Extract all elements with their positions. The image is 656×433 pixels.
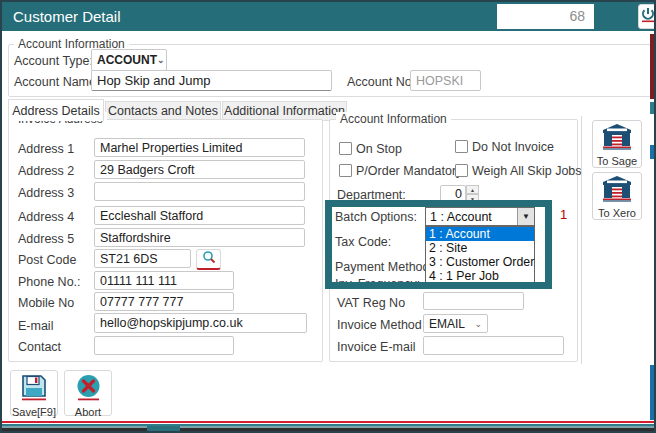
payment-method-label: Payment Method: <box>335 260 433 274</box>
invoice-method-select[interactable]: EMAIL ⌄ <box>423 314 488 333</box>
tab-contacts-and-notes[interactable]: Contacts and Notes <box>105 101 221 121</box>
address5-input[interactable] <box>94 228 305 247</box>
tax-code-label: Tax Code: <box>335 235 391 249</box>
to-sage-label: To Sage <box>597 155 637 167</box>
chevron-down-icon: ⌄ <box>157 55 165 65</box>
to-xero-button[interactable]: To Xero <box>592 172 642 220</box>
do-not-invoice-checkbox[interactable] <box>455 140 468 153</box>
postcode-input[interactable] <box>94 249 191 268</box>
dropdown-option[interactable]: 4 : 1 Per Job <box>426 269 534 283</box>
close-button[interactable] <box>638 4 656 29</box>
divider <box>581 116 582 364</box>
power-icon <box>641 7 655 27</box>
edge-accent <box>650 34 654 99</box>
weigh-all-skip-jobs-label: Weigh All Skip Jobs <box>472 164 582 178</box>
dropdown-arrow-icon[interactable]: ▼ <box>517 208 534 225</box>
record-counter: 68 <box>569 8 585 24</box>
tab-label: Additional Information <box>224 104 345 118</box>
mobile-input[interactable] <box>94 292 234 311</box>
batch-options-value: 1 : Account <box>426 210 492 224</box>
address3-label: Address 3 <box>18 186 74 200</box>
tab-additional-information[interactable]: Additional Information <box>222 101 347 121</box>
vat-reg-input[interactable] <box>423 292 524 310</box>
edge-accent <box>650 365 654 420</box>
phone-label: Phone No.: <box>18 275 81 289</box>
tab-address-details[interactable]: Address Details <box>8 99 104 121</box>
on-stop-label: On Stop <box>356 142 402 156</box>
account-name-label: Account Name: <box>14 75 99 89</box>
account-type-value: ACCOUNT <box>97 53 157 67</box>
edge-accent <box>650 102 654 114</box>
address4-label: Address 4 <box>18 210 74 224</box>
spin-up-icon[interactable]: ▲ <box>466 185 479 194</box>
account-no-input[interactable] <box>410 70 481 91</box>
invoice-method-label: Invoice Method <box>337 318 422 332</box>
bottom-dark-band <box>2 428 654 433</box>
window-title: Customer Detail <box>13 8 121 25</box>
bottom-red-stripe <box>2 421 654 423</box>
save-floppy-icon <box>21 374 47 405</box>
address1-label: Address 1 <box>18 142 74 156</box>
invoice-email-label: Invoice E-mail <box>337 340 416 354</box>
weigh-all-skip-jobs-checkbox[interactable] <box>455 164 468 177</box>
warehouse-icon <box>603 176 631 206</box>
vat-reg-label: VAT Reg No <box>337 296 405 310</box>
address2-label: Address 2 <box>18 164 74 178</box>
address2-input[interactable] <box>94 160 305 179</box>
abort-icon <box>75 374 102 405</box>
address1-input[interactable] <box>94 138 305 157</box>
contact-label: Contact <box>18 340 61 354</box>
invoice-email-input[interactable] <box>423 336 564 355</box>
record-counter-box: 68 <box>497 4 594 29</box>
invoice-method-value: EMAIL <box>429 317 465 331</box>
batch-options-label: Batch Options: <box>335 210 417 224</box>
address4-input[interactable] <box>94 206 305 225</box>
account-no-label: Account No. <box>347 75 415 89</box>
account-type-select[interactable]: ACCOUNT ⌄ <box>91 49 167 71</box>
do-not-invoice-label: Do Not Invoice <box>472 140 554 154</box>
chevron-down-icon: ⌄ <box>474 319 482 329</box>
batch-option-number-indicator: 1 <box>553 204 574 224</box>
save-button[interactable]: Save[F9] <box>10 370 58 416</box>
batch-options-select[interactable]: 1 : Account ▼ <box>425 207 535 226</box>
abort-label: Abort <box>75 406 101 418</box>
save-label: Save[F9] <box>12 406 56 418</box>
phone-input[interactable] <box>94 271 234 290</box>
email-label: E-mail <box>18 319 53 333</box>
on-stop-checkbox[interactable] <box>339 142 352 155</box>
address5-label: Address 5 <box>18 232 74 246</box>
to-xero-label: To Xero <box>598 207 636 219</box>
postcode-label: Post Code <box>18 253 76 267</box>
dropdown-option[interactable]: 1 : Account <box>426 227 534 241</box>
account-name-input[interactable] <box>91 70 332 91</box>
dropdown-option[interactable]: 3 : Customer Order <box>426 255 534 269</box>
porder-mandatory-checkbox[interactable] <box>339 164 352 177</box>
mobile-label: Mobile No <box>18 296 74 310</box>
warehouse-icon <box>603 124 631 154</box>
porder-mandatory-label: P/Order Mandatory <box>356 164 462 178</box>
email-input[interactable] <box>94 313 307 333</box>
batch-options-dropdown-list: 1 : Account 2 : Site 3 : Customer Order … <box>425 226 535 285</box>
contact-input[interactable] <box>94 336 234 355</box>
search-icon <box>202 250 216 268</box>
group-title: Account Information <box>336 112 451 126</box>
dropdown-option[interactable]: 2 : Site <box>426 241 534 255</box>
batch-options-overlay: Batch Options: 1 : Account ▼ 1 : Account… <box>325 200 552 289</box>
background-window-fragment <box>147 426 180 433</box>
postcode-lookup-button[interactable] <box>196 249 221 270</box>
to-sage-button[interactable]: To Sage <box>592 120 642 168</box>
tab-label: Address Details <box>12 104 100 118</box>
account-type-label: Account Type: <box>14 54 93 68</box>
customer-detail-window: Customer Detail 68 Account Information A… <box>0 0 656 433</box>
address3-input[interactable] <box>94 182 305 201</box>
abort-button[interactable]: Abort <box>64 370 112 416</box>
edge-accent <box>650 145 654 159</box>
titlebar: Customer Detail 68 <box>2 2 654 31</box>
tab-label: Contacts and Notes <box>108 104 218 118</box>
inv-frequency-label: Inv. Frequency: <box>335 277 420 289</box>
